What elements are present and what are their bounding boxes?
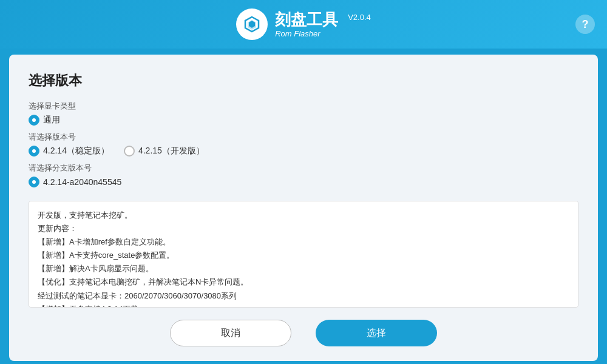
card-type-label: 选择显卡类型	[29, 101, 578, 112]
help-button[interactable]: ?	[575, 15, 595, 34]
card-type-radio-group: 通用	[29, 115, 578, 126]
branch-radio-group: 4.2.14-a2040n45545	[29, 177, 578, 187]
radio-label-stable: 4.2.14（稳定版）	[43, 146, 109, 157]
card-type-group: 选择显卡类型 通用	[29, 101, 578, 126]
branch-label: 请选择分支版本号	[29, 163, 578, 174]
app-logo	[236, 8, 268, 40]
radio-item-branch1[interactable]: 4.2.14-a2040n45545	[29, 177, 121, 187]
description-text: 开发版，支持笔记本挖矿。更新内容：【新增】A卡增加ref参数自定义功能。【新增】…	[38, 211, 248, 308]
radio-circle-dev	[124, 146, 135, 157]
version-group: 请选择版本号 4.2.14（稳定版） 4.2.15（开发版）	[29, 132, 578, 157]
radio-circle-branch1	[29, 177, 39, 187]
radio-circle-stable	[29, 146, 39, 157]
version-label: 请选择版本号	[29, 132, 578, 143]
radio-label-branch1: 4.2.14-a2040n45545	[43, 177, 121, 187]
button-row: 取消 选择	[29, 320, 578, 346]
select-button[interactable]: 选择	[316, 320, 437, 346]
section-title: 选择版本	[29, 72, 578, 90]
app-title-cn: 刻盘工具	[275, 10, 338, 29]
cancel-button[interactable]: 取消	[170, 320, 291, 346]
branch-group: 请选择分支版本号 4.2.14-a2040n45545	[29, 163, 578, 187]
version-radio-group: 4.2.14（稳定版） 4.2.15（开发版）	[29, 146, 578, 157]
main-panel: 选择版本 选择显卡类型 通用 请选择版本号 4.2.14（稳定版） 4.2.15…	[9, 55, 598, 361]
radio-label-general: 通用	[43, 115, 60, 126]
header-text: 刻盘工具 V2.0.4 Rom Flasher	[275, 10, 371, 39]
radio-item-stable[interactable]: 4.2.14（稳定版）	[29, 146, 109, 157]
app-header: 刻盘工具 V2.0.4 Rom Flasher ?	[0, 0, 607, 49]
radio-item-general[interactable]: 通用	[29, 115, 60, 126]
logo-area: 刻盘工具 V2.0.4 Rom Flasher	[236, 8, 371, 40]
radio-circle-general	[29, 115, 39, 126]
radio-item-dev[interactable]: 4.2.15（开发版）	[124, 146, 205, 157]
description-box[interactable]: 开发版，支持笔记本挖矿。更新内容：【新增】A卡增加ref参数自定义功能。【新增】…	[29, 201, 578, 308]
radio-label-dev: 4.2.15（开发版）	[138, 146, 205, 157]
app-title-en: Rom Flasher	[275, 29, 320, 39]
app-version: V2.0.4	[348, 13, 371, 22]
